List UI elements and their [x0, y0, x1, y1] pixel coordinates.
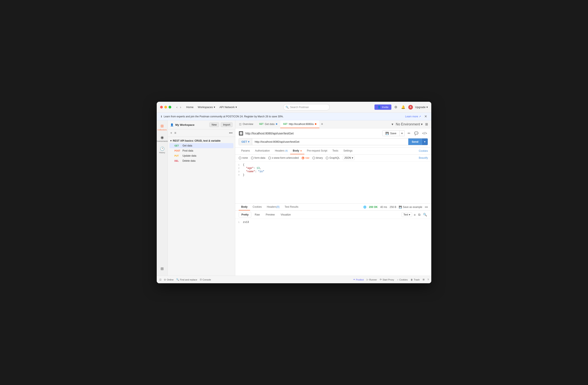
resp-tab-body[interactable]: Body	[239, 204, 250, 210]
cookies-icon: ○	[397, 278, 399, 281]
tab-dropdown-button[interactable]: ▾	[391, 121, 394, 127]
save-dropdown-button[interactable]: ▾	[399, 130, 405, 136]
list-item-put-data[interactable]: PUT Update data	[169, 153, 233, 158]
url-input[interactable]	[252, 139, 408, 145]
more-options-button[interactable]: •••	[229, 131, 233, 135]
body-option-urlencoded[interactable]: x-www-form-urlencoded	[268, 156, 299, 159]
resp-tab-cookies[interactable]: Cookies	[250, 204, 264, 210]
req-options-bar: Params Authorization Headers (8) Body ● …	[235, 147, 431, 155]
learn-more-link[interactable]: Learn more ↗	[405, 115, 421, 118]
sidebar-item-history[interactable]: 🕐 History	[158, 145, 167, 155]
send-button[interactable]: Send	[408, 139, 422, 145]
tab-localhost[interactable]: GET http://localhost:8080/a	[280, 120, 319, 128]
back-button[interactable]: ‹	[175, 105, 178, 110]
import-button[interactable]: Import	[221, 122, 232, 127]
help-button[interactable]: ?	[427, 278, 429, 281]
api-network-nav[interactable]: API Network ▾	[218, 105, 239, 110]
sidebar-item-collections[interactable]: ⊞ Collections	[158, 122, 167, 133]
body-option-raw[interactable]: raw	[302, 156, 309, 159]
code-line: 1 {	[235, 163, 431, 166]
comment-button[interactable]: 💬	[413, 130, 419, 136]
search-input-wrap[interactable]: 🔍 Search Postman	[283, 104, 330, 110]
resp-view-visualize[interactable]: Visualize	[278, 212, 293, 217]
console-button[interactable]: ⊡ Console	[200, 278, 211, 281]
postbot-button[interactable]: ✦ Postbot	[353, 278, 364, 281]
resp-view-preview[interactable]: Preview	[263, 212, 277, 217]
tab-headers[interactable]: Headers (8)	[272, 147, 290, 154]
body-option-binary[interactable]: binary	[312, 156, 323, 159]
maximize-button[interactable]	[168, 106, 171, 108]
search-response-button[interactable]: 🔍	[422, 212, 428, 217]
runner-button[interactable]: ▷ Runner	[367, 278, 377, 281]
tab-get-data[interactable]: GET Get data	[256, 120, 280, 128]
grid-button[interactable]: ⊞	[423, 278, 424, 281]
environment-selector[interactable]: No Environment ▾	[395, 121, 423, 127]
edit-button[interactable]: ✏	[407, 130, 411, 136]
tab-authorization[interactable]: Authorization	[252, 147, 272, 154]
resp-tab-headers[interactable]: Headers(8)	[264, 204, 282, 210]
sort-button[interactable]: ≡	[174, 131, 177, 135]
beautify-button[interactable]: Beautify	[419, 156, 428, 159]
item-name-get-data: Get data	[183, 144, 192, 147]
environments-icon: ◉	[161, 135, 164, 140]
body-options-bar: none form-data x-www-form-urlencoded raw…	[235, 155, 431, 162]
method-selector[interactable]: GET ▾	[239, 139, 252, 145]
cookies-bottom-button[interactable]: ○ Cookies	[397, 278, 408, 281]
copy-response-button[interactable]: ⧉	[417, 212, 421, 217]
body-option-none[interactable]: none	[239, 156, 248, 159]
add-tab-button[interactable]: +	[319, 122, 325, 126]
tab-tests[interactable]: Tests	[330, 147, 341, 154]
overview-icon: ◫	[239, 123, 241, 126]
cookies-link[interactable]: Cookies	[419, 148, 428, 154]
tab-overview[interactable]: ◫ Overview	[236, 120, 256, 128]
bottom-bar: ◫ ◎ Online 🔍 Find and replace ⊡ Console …	[157, 276, 431, 283]
notifications-button[interactable]: 🔔	[400, 104, 406, 110]
add-collection-button[interactable]: +	[170, 131, 172, 135]
sidebar-item-environments[interactable]: ◉ Environments	[158, 133, 167, 144]
body-option-form-data[interactable]: form-data	[251, 156, 265, 159]
forward-button[interactable]: ›	[179, 105, 182, 110]
sidebar-item-explorer[interactable]: ⊞	[158, 265, 167, 273]
trash-button[interactable]: 🗑 Trash	[411, 278, 420, 281]
new-button[interactable]: New	[209, 122, 219, 127]
sidebar-toggle-button[interactable]: ◫	[159, 278, 161, 281]
response-text: zs13	[243, 221, 249, 224]
settings-button[interactable]: ⚙	[394, 104, 398, 110]
save-button[interactable]: 💾 Save	[382, 130, 399, 136]
tab-body[interactable]: Body ●	[290, 147, 304, 154]
tab-settings[interactable]: Settings	[341, 147, 355, 154]
resp-view-raw[interactable]: Raw	[252, 212, 262, 217]
collection-group-header[interactable]: ▾ REST API basics: CRUD, test & variable	[169, 139, 233, 143]
workspaces-nav[interactable]: Workspaces ▾	[196, 105, 217, 110]
find-replace-button[interactable]: 🔍 Find and replace	[176, 278, 197, 281]
invite-button[interactable]: 👤 Invite	[375, 104, 391, 110]
method-label: GET	[241, 140, 247, 143]
minimize-button[interactable]	[164, 106, 167, 108]
resp-view-pretty[interactable]: Pretty	[239, 212, 251, 217]
collection-group: ▾ REST API basics: CRUD, test & variable…	[168, 138, 235, 164]
radio-none	[239, 157, 241, 159]
save-example-button[interactable]: 💾 Save as example	[399, 205, 422, 208]
list-item-post-data[interactable]: POST Post data	[169, 148, 233, 153]
home-nav[interactable]: Home	[185, 105, 195, 110]
method-badge-put: PUT	[174, 155, 181, 157]
environment-icon-button[interactable]: ⊞	[424, 121, 429, 127]
response-format-select[interactable]: Text ▾	[401, 212, 412, 217]
upgrade-button[interactable]: Upgrade ▾	[415, 105, 428, 109]
response-more-button[interactable]: •••	[425, 205, 428, 209]
tab-pre-request-script[interactable]: Pre-request Script	[304, 147, 330, 154]
list-item-get-data[interactable]: GET Get data	[169, 143, 233, 148]
send-dropdown-button[interactable]: ▾	[422, 139, 428, 145]
banner-close-button[interactable]: ✕	[424, 114, 427, 118]
status-badge: 200 OK	[369, 205, 378, 208]
code-button[interactable]: </>	[421, 131, 428, 136]
close-button[interactable]	[160, 106, 163, 108]
resp-tab-test-results[interactable]: Test Results	[282, 204, 301, 210]
word-wrap-button[interactable]: ≡	[413, 212, 417, 217]
start-proxy-button[interactable]: ⟳ Start Proxy	[380, 278, 394, 281]
list-item-delete-data[interactable]: DEL Delete data	[169, 158, 233, 163]
body-option-graphql[interactable]: GraphQL	[326, 156, 340, 159]
json-format-select[interactable]: JSON ▾	[343, 156, 355, 160]
code-editor[interactable]: 1 { 2 "age": 13, 3 "name": "zs" 4 }	[235, 162, 431, 204]
tab-params[interactable]: Params	[239, 147, 252, 154]
